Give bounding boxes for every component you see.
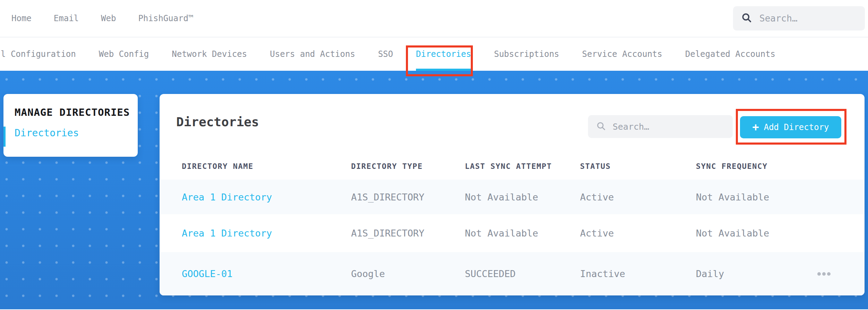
tab-service-accounts[interactable]: Service Accounts	[582, 37, 662, 71]
sidebar-card: MANAGE DIRECTORIES Directories	[3, 94, 138, 157]
search-icon	[596, 121, 606, 133]
nav-item-email[interactable]: Email	[54, 14, 79, 23]
tab-sso[interactable]: SSO	[378, 37, 393, 71]
directories-panel: Directories + Add Directory D	[160, 94, 865, 295]
sidebar-item-label: Directories	[15, 127, 79, 139]
tab-network-devices[interactable]: Network Devices	[172, 37, 247, 71]
nav-item-phishguard[interactable]: PhishGuard™	[138, 14, 193, 23]
sync-frequency-cell: Not Available	[696, 228, 817, 239]
sync-frequency-cell: Not Available	[696, 192, 817, 203]
global-search-input[interactable]	[759, 13, 857, 24]
search-icon	[741, 12, 752, 25]
top-nav: Home Email Web PhishGuard™	[0, 0, 868, 37]
add-directory-button[interactable]: + Add Directory	[740, 116, 841, 138]
status-cell: Active	[580, 228, 696, 239]
table-search-input[interactable]	[612, 121, 725, 132]
table-row: GOOGLE-01 Google SUCCEEDED Inactive Dail…	[160, 252, 865, 295]
directory-type-cell: A1S_DIRECTORY	[351, 192, 465, 203]
top-nav-items: Home Email Web PhishGuard™	[0, 14, 193, 23]
status-cell: Inactive	[580, 268, 696, 279]
tab-web-config[interactable]: Web Config	[99, 37, 149, 71]
status-cell: Active	[580, 192, 696, 203]
col-last-sync-attempt: LAST SYNC ATTEMPT	[465, 162, 580, 171]
nav-item-web[interactable]: Web	[101, 14, 116, 23]
directory-name-link[interactable]: GOOGLE-01	[182, 268, 351, 279]
active-indicator-bar	[3, 127, 6, 147]
directories-table: DIRECTORY NAME DIRECTORY TYPE LAST SYNC …	[160, 153, 865, 295]
directory-name-link[interactable]: Area 1 Directory	[182, 192, 351, 203]
panel-header: Directories + Add Directory	[160, 94, 865, 153]
tab-subscriptions[interactable]: Subscriptions	[494, 37, 559, 71]
add-directory-label: Add Directory	[764, 122, 829, 132]
nav-item-home[interactable]: Home	[11, 14, 32, 23]
sync-frequency-cell: Daily	[696, 268, 817, 279]
global-search[interactable]	[733, 6, 865, 31]
last-sync-cell: Not Available	[465, 192, 580, 203]
directory-type-cell: A1S_DIRECTORY	[351, 228, 465, 239]
directory-name-link[interactable]: Area 1 Directory	[182, 228, 351, 239]
directory-type-cell: Google	[351, 268, 465, 279]
table-row: Area 1 Directory A1S_DIRECTORY Not Avail…	[160, 180, 865, 214]
col-directory-type: DIRECTORY TYPE	[351, 162, 465, 171]
workspace: MANAGE DIRECTORIES Directories Directori…	[0, 71, 868, 309]
last-sync-cell: Not Available	[465, 228, 580, 239]
last-sync-cell: SUCCEEDED	[465, 268, 580, 279]
screen: Home Email Web PhishGuard™ l Configurati…	[0, 0, 868, 310]
table-search[interactable]	[588, 115, 733, 138]
table-row: Area 1 Directory A1S_DIRECTORY Not Avail…	[160, 214, 865, 252]
plus-icon: +	[752, 121, 759, 132]
sidebar-item-directories[interactable]: Directories	[15, 127, 138, 139]
row-actions-ellipsis-icon[interactable]	[817, 272, 831, 276]
col-sync-frequency: SYNC FREQUENCY	[696, 162, 817, 171]
tab-users-and-actions[interactable]: Users and Actions	[270, 37, 355, 71]
tab-delegated-accounts[interactable]: Delegated Accounts	[685, 37, 775, 71]
tab-bar: l Configuration Web Config Network Devic…	[0, 37, 868, 71]
tab-email-configuration[interactable]: l Configuration	[1, 37, 76, 71]
panel-title: Directories	[176, 115, 259, 129]
col-status: STATUS	[580, 162, 696, 171]
tab-directories[interactable]: Directories	[416, 37, 471, 71]
table-header-row: DIRECTORY NAME DIRECTORY TYPE LAST SYNC …	[160, 153, 865, 180]
col-directory-name: DIRECTORY NAME	[182, 162, 351, 171]
sidebar-title: MANAGE DIRECTORIES	[15, 106, 138, 118]
